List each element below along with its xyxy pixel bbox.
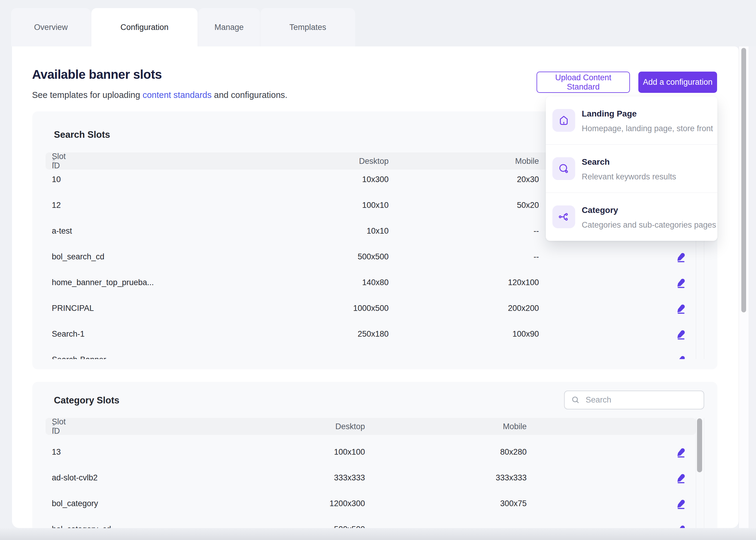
add-configuration-button[interactable]: Add a configuration (638, 71, 717, 93)
pencil-icon (676, 328, 688, 339)
column-header-mobile: Mobile (46, 156, 539, 166)
pencil-icon (676, 353, 688, 359)
page-scrollbar-track[interactable] (739, 47, 748, 540)
main-panel: Available banner slots See templates for… (12, 47, 739, 528)
tab-configuration[interactable]: Configuration (91, 8, 198, 47)
table-body: 13 100x100 80x280 ad-slot-cvlb2 333x333 … (32, 439, 717, 528)
table-header-row: Slot ID Desktop Mobile (46, 418, 696, 435)
pencil-icon (676, 497, 688, 509)
pencil-icon (676, 523, 688, 528)
menu-item-title: Search (582, 157, 609, 167)
table-row: 13 100x100 80x280 (32, 439, 717, 465)
desktop-cell: 500x500 (32, 525, 365, 528)
subtitle-text: See templates for uploading (32, 90, 143, 100)
category-slots-title: Category Slots (54, 395, 119, 406)
table-row: bol_category 1200x300 300x75 (32, 490, 717, 516)
category-icon (552, 205, 575, 228)
table-row: home_banner_top_prueba... 140x80 120x100 (32, 270, 717, 295)
edit-button[interactable] (676, 497, 689, 510)
mobile-cell: -- (32, 252, 539, 261)
right-margin (748, 47, 756, 540)
menu-item-description: Categories and sub-categories pages (582, 220, 716, 230)
menu-item-title: Landing Page (582, 109, 637, 119)
mobile-cell: 50x20 (32, 201, 539, 210)
column-header-mobile: Mobile (46, 422, 527, 431)
search-slots-title: Search Slots (54, 129, 110, 140)
page-title: Available banner slots (32, 68, 162, 82)
category-search-input[interactable] (585, 395, 697, 405)
slot-id-cell: Search-Banner-... (52, 355, 116, 359)
menu-item-search[interactable]: Search Relevant keywords results (546, 144, 717, 193)
mobile-cell: 200x200 (32, 304, 539, 313)
home-icon (552, 109, 575, 132)
menu-item-landing-page[interactable]: Landing Page Homepage, landing page, sto… (546, 96, 717, 144)
bottom-edge-shadow (0, 528, 756, 540)
tab-bar: Overview Configuration Manage Templates (11, 8, 355, 47)
content-standards-link[interactable]: content standards (143, 90, 212, 100)
tab-overview[interactable]: Overview (11, 8, 91, 47)
mobile-cell: 80x280 (32, 448, 527, 457)
pencil-icon (676, 472, 688, 483)
table-scrollbar-thumb[interactable] (697, 418, 702, 472)
table-row: PRINCIPAL 1000x500 200x200 (32, 295, 717, 321)
edit-button[interactable] (676, 328, 689, 340)
category-search (564, 391, 704, 409)
mobile-cell: 100x90 (32, 330, 539, 339)
table-row: Search-1 250x180 100x90 (32, 321, 717, 347)
table-row: bol_category_cd 500x500 (32, 516, 717, 528)
edit-button[interactable] (676, 446, 689, 458)
mobile-cell: -- (32, 226, 539, 236)
category-slots-table: Slot ID Desktop Mobile 13 100x100 80x280 (32, 418, 717, 528)
category-slots-card: Category Slots Slot ID Desktop Mobile 13… (32, 382, 717, 528)
table-row: Search-Banner-... (32, 347, 717, 359)
page-scrollbar-thumb[interactable] (741, 48, 746, 312)
pencil-icon (676, 276, 688, 288)
tab-templates[interactable]: Templates (261, 8, 355, 47)
table-row: ad-slot-cvlb2 333x333 333x333 (32, 465, 717, 490)
menu-item-description: Homepage, landing page, store front (582, 124, 713, 133)
search-icon (552, 157, 575, 180)
page-subtitle: See templates for uploading content stan… (32, 90, 287, 100)
edit-button[interactable] (676, 353, 689, 359)
subtitle-text-suffix: and configurations. (212, 90, 287, 100)
pencil-icon (676, 446, 688, 458)
menu-item-title: Category (582, 205, 618, 215)
menu-item-description: Relevant keywords results (582, 172, 676, 182)
mobile-cell: 120x100 (32, 278, 539, 287)
mobile-cell: 300x75 (32, 499, 527, 508)
search-icon (571, 396, 580, 405)
edit-button[interactable] (676, 276, 689, 289)
edit-button[interactable] (676, 472, 689, 484)
pencil-icon (676, 250, 688, 262)
upload-content-standard-button[interactable]: Upload Content Standard (537, 71, 630, 93)
edit-button[interactable] (676, 302, 689, 315)
add-configuration-menu: Landing Page Homepage, landing page, sto… (546, 96, 717, 241)
pencil-icon (676, 302, 688, 314)
edit-button[interactable] (676, 523, 689, 528)
menu-item-category[interactable]: Category Categories and sub-categories p… (546, 193, 717, 241)
mobile-cell: 20x30 (32, 175, 539, 184)
mobile-cell: 333x333 (32, 473, 527, 482)
tab-manage[interactable]: Manage (198, 8, 260, 47)
table-row: bol_search_cd 500x500 -- (32, 244, 717, 270)
edit-button[interactable] (676, 250, 689, 263)
